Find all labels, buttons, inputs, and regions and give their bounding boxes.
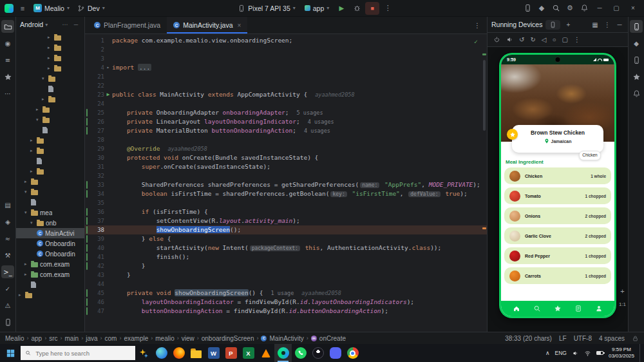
breadcrumb-item[interactable]: onCreate	[319, 335, 346, 342]
stop-button[interactable]: ■	[365, 2, 379, 15]
code-line[interactable]: 30 protected void onCreate(Bundle savedI…	[85, 153, 487, 162]
code-line[interactable]: 37 setContentView(R.layout.activity_main…	[85, 216, 487, 225]
tree-item[interactable]: ▾	[16, 73, 84, 84]
code-line[interactable]: 40 startActivity(new Intent(packageConte…	[85, 243, 487, 252]
favorite-badge[interactable]	[507, 129, 518, 140]
code-line[interactable]: 24	[85, 99, 487, 108]
run-configuration-selector[interactable]: app ▾	[301, 3, 334, 14]
hide-panel-icon[interactable]: ─	[615, 21, 624, 28]
search-nav-icon[interactable]	[533, 305, 541, 312]
search-input[interactable]	[34, 349, 131, 357]
problems-icon[interactable]: ⚠	[1, 299, 14, 312]
home-nav-icon[interactable]	[513, 305, 520, 312]
more-options-icon[interactable]: ⋮	[603, 21, 612, 28]
show-desktop-button[interactable]	[639, 344, 643, 362]
tree-item[interactable]: ▾	[16, 115, 84, 125]
breadcrumb-item[interactable]: mealio	[155, 335, 174, 342]
ingredient-row[interactable]: Chicken1 whole	[504, 167, 611, 184]
code-line[interactable]: 32	[85, 171, 487, 180]
excel-icon[interactable]: X	[240, 344, 257, 362]
tree-item[interactable]: ▾onb	[16, 218, 84, 228]
main-menu-icon[interactable]: ≡	[15, 2, 30, 15]
code-line[interactable]: 3	[85, 54, 487, 63]
project-widget[interactable]: M Mealio ▾	[30, 3, 73, 14]
tree-item[interactable]: ▸	[16, 32, 84, 43]
code-line[interactable]: 21	[85, 72, 487, 81]
word-icon[interactable]: W	[205, 344, 222, 362]
profiler-icon[interactable]: ≈	[1, 232, 14, 245]
code-line[interactable]: 22	[85, 81, 487, 90]
widgets-icon[interactable]	[135, 344, 153, 362]
tree-item[interactable]: ▸com.exam	[16, 259, 84, 269]
breadcrumb-item[interactable]: app	[31, 335, 42, 342]
breadcrumb-item[interactable]: view	[182, 335, 194, 342]
firefox-icon[interactable]	[170, 344, 187, 362]
project-icon[interactable]	[1, 20, 14, 33]
tree-item[interactable]: ▸	[16, 135, 84, 146]
more-tool-windows-icon[interactable]: ⋯	[1, 87, 14, 100]
powerpoint-icon[interactable]: P	[222, 344, 240, 362]
breadcrumb-item[interactable]: onboardingScreen	[202, 335, 254, 342]
indent-indicator[interactable]: 4 spaces	[599, 335, 625, 342]
tree-item[interactable]	[16, 197, 84, 207]
layout-options-icon[interactable]: ▦	[591, 21, 600, 28]
volume-tray-icon[interactable]	[572, 350, 579, 357]
structure-icon[interactable]: ≡	[1, 53, 14, 66]
device-selector[interactable]: Pixel 7 API 35 ▾	[234, 3, 299, 14]
battery-tray-icon[interactable]	[596, 351, 603, 355]
code-line[interactable]: 28	[85, 135, 487, 144]
dish-tag-chip[interactable]: Chicken	[579, 151, 601, 160]
logcat-icon[interactable]: ▤	[1, 198, 14, 211]
breadcrumb-item[interactable]: MainActivity	[269, 335, 303, 342]
code-line[interactable]: 45 private void showOnboardingScreen() {…	[85, 289, 487, 298]
tree-item[interactable]: ▸	[16, 176, 84, 187]
device-explorer-icon[interactable]	[1, 316, 14, 329]
run-gutter-icon[interactable]: ▶	[104, 90, 112, 99]
code-line[interactable]: 4▸import ...	[85, 63, 487, 72]
build-icon[interactable]: ⚒	[1, 249, 14, 262]
code-line[interactable]: 38 showOnboardingScreen();	[85, 225, 487, 234]
start-button[interactable]	[0, 344, 21, 362]
assistant-icon[interactable]	[630, 70, 643, 83]
notifications-icon[interactable]	[577, 2, 591, 15]
encoding-indicator[interactable]: UTF-8	[574, 335, 592, 342]
code-line[interactable]: 26 private LinearLayout layoutOnboarding…	[85, 117, 487, 126]
breadcrumb-item[interactable]: java	[86, 335, 97, 342]
rotate-right-icon[interactable]: ↻	[530, 36, 535, 43]
breadcrumb-item[interactable]: example	[124, 335, 148, 342]
android-studio-icon[interactable]	[274, 344, 292, 362]
code-line[interactable]: 43 }	[85, 271, 487, 280]
file-explorer-icon[interactable]	[187, 344, 205, 362]
tree-item[interactable]: ▸	[16, 146, 84, 156]
code-line[interactable]: 23▶public class MainActivity extends App…	[85, 90, 487, 99]
power-button-icon[interactable]	[493, 36, 500, 43]
rotate-left-icon[interactable]: ↺	[519, 36, 524, 43]
code-line[interactable]: 29 @Overrideayaahmed2058	[85, 144, 487, 153]
ingredient-row[interactable]: Onions2 chopped	[504, 207, 611, 224]
tree-item[interactable]: ▸	[16, 53, 84, 63]
tree-item[interactable]	[16, 125, 84, 135]
terminal-icon[interactable]: >_	[1, 265, 14, 278]
taskbar-search[interactable]	[21, 346, 135, 360]
code-line[interactable]: 46 layoutOnboardingIndicator = findViewB…	[85, 298, 487, 307]
options-icon[interactable]: ⋯	[61, 21, 70, 28]
tree-item[interactable]	[16, 156, 84, 166]
project-view-selector[interactable]: Android ▾	[20, 21, 48, 28]
vcs-branch-widget[interactable]: Dev ▾	[73, 3, 109, 14]
run-button[interactable]: ▶	[334, 2, 348, 15]
running-devices-icon[interactable]	[630, 20, 643, 33]
code-line[interactable]: 41 finish();	[85, 252, 487, 262]
code-line[interactable]: 36 if (isFirstTime) {	[85, 207, 487, 216]
tree-item[interactable]: ▸	[16, 63, 84, 73]
tree-item[interactable]: ▾mea	[16, 207, 84, 218]
close-button[interactable]: ×	[625, 1, 641, 15]
caret-position[interactable]: 38:33 (20 chars)	[505, 335, 552, 342]
line-separator-indicator[interactable]: LF	[559, 335, 567, 342]
ingredient-row[interactable]: Carrots1 chopped	[504, 267, 611, 284]
commit-icon[interactable]: ◉	[1, 37, 14, 50]
tree-item[interactable]: ▾	[16, 187, 84, 197]
inspections-ok-icon[interactable]: ✓	[474, 37, 478, 46]
lock-icon[interactable]	[632, 335, 639, 342]
zoom-reset-button[interactable]: 1:1	[619, 301, 626, 307]
more-actions-icon[interactable]: ⋮	[381, 2, 395, 15]
